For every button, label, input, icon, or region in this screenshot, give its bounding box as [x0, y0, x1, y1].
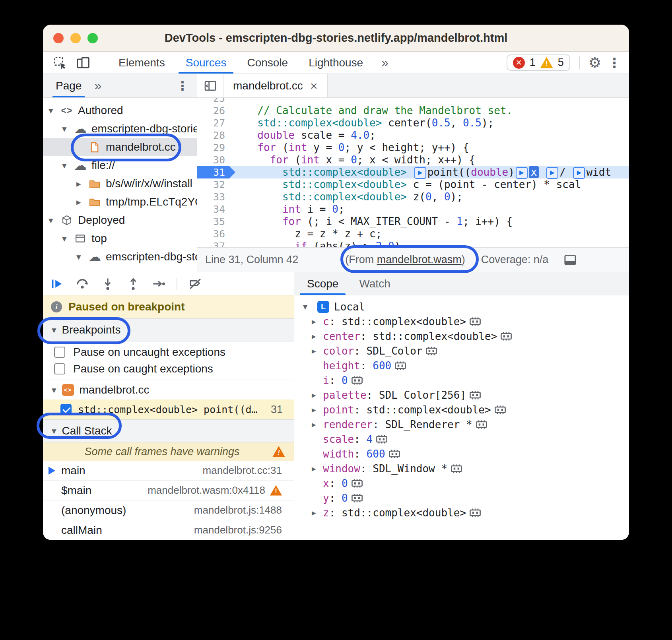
memory-inspector-icon[interactable]	[469, 316, 481, 327]
scope-variable-row[interactable]: x 0	[294, 476, 629, 491]
scope-variable-row[interactable]: c std::complex<double>	[294, 314, 629, 329]
panel-tab[interactable]: Console	[237, 52, 298, 74]
call-stack-frame[interactable]: (anonymous) mandelbrot.js:1488	[43, 500, 294, 520]
collapse-caret-icon[interactable]	[52, 426, 56, 436]
wasm-source-link[interactable]: mandelbrot.wasm	[377, 254, 462, 266]
memory-inspector-icon[interactable]	[351, 478, 363, 489]
scope-variable-row[interactable]: point std::complex<double>	[294, 402, 629, 417]
inline-eval-widget-icon[interactable]	[573, 167, 585, 179]
scope-variable-row[interactable]: palette SDL_Color[256]	[294, 388, 629, 402]
memory-inspector-icon[interactable]	[394, 361, 406, 371]
checkbox-checked[interactable]	[60, 404, 72, 415]
line-number[interactable]: 31	[197, 166, 235, 178]
scope-variable-row[interactable]: i 0	[294, 373, 629, 388]
line-number[interactable]: 37	[197, 240, 235, 247]
line-number[interactable]: 25	[197, 98, 235, 105]
memory-inspector-icon[interactable]	[388, 449, 400, 459]
breakpoint-file-group[interactable]: mandelbrot.cc	[43, 380, 294, 400]
inline-eval-widget-icon[interactable]	[546, 167, 558, 179]
expand-caret-icon[interactable]	[312, 508, 323, 518]
tree-item[interactable]: emscripten-dbg-stories.netlify.app	[43, 120, 197, 138]
scope-watch-tab[interactable]: Watch	[349, 272, 400, 295]
panel-tab[interactable]: Elements	[108, 52, 175, 74]
tree-item[interactable]: b/s/w/ir/x/w/install	[43, 175, 197, 193]
step-into-button[interactable]	[100, 276, 115, 291]
expand-caret-icon[interactable]	[312, 405, 323, 415]
line-number[interactable]: 30	[197, 154, 235, 166]
caret-down-icon[interactable]	[49, 215, 60, 225]
close-window-button[interactable]	[53, 33, 64, 43]
caret-down-icon[interactable]	[49, 105, 60, 116]
step-button[interactable]	[151, 276, 166, 291]
memory-inspector-icon[interactable]	[351, 375, 363, 386]
deactivate-breakpoints-button[interactable]	[188, 276, 203, 291]
memory-inspector-icon[interactable]	[500, 331, 512, 341]
editor-tab-mandelbrot[interactable]: mandelbrot.cc	[223, 74, 328, 97]
code-editor[interactable]: 2526 // Calculate and draw the Mandelbro…	[197, 98, 629, 247]
panel-tab[interactable]: Lighthouse	[298, 52, 373, 74]
line-number[interactable]: 33	[197, 191, 235, 203]
more-navigator-tabs-icon[interactable]: »	[94, 78, 101, 93]
zoom-window-button[interactable]	[87, 33, 98, 43]
expand-caret-icon[interactable]	[312, 332, 323, 341]
memory-inspector-icon[interactable]	[494, 405, 506, 415]
caret-right-icon[interactable]	[76, 178, 88, 189]
more-panels-icon[interactable]: »	[373, 52, 396, 74]
tree-item[interactable]: mandelbrot.cc	[43, 138, 197, 156]
expand-caret-icon[interactable]	[312, 464, 323, 473]
memory-inspector-icon[interactable]	[376, 434, 388, 444]
memory-inspector-icon[interactable]	[351, 493, 363, 503]
caret-down-icon[interactable]	[62, 233, 74, 244]
line-number[interactable]: 29	[197, 142, 235, 154]
tree-item[interactable]: emscripten-dbg-stories.netlify.app	[43, 248, 197, 266]
panel-tab[interactable]: Sources	[175, 52, 237, 74]
scope-variable-row[interactable]: z std::complex<double>	[294, 505, 629, 520]
expand-caret-icon[interactable]	[312, 346, 323, 356]
call-stack-frame[interactable]: callMain mandelbrot.js:9256	[43, 520, 294, 540]
memory-inspector-icon[interactable]	[425, 346, 437, 356]
close-tab-icon[interactable]	[310, 80, 318, 92]
settings-gear-icon[interactable]: ⚙	[588, 54, 601, 71]
tree-item[interactable]: file://	[43, 156, 197, 175]
call-stack-section-header[interactable]: Call Stack	[43, 419, 294, 442]
toggle-navigator-icon[interactable]	[197, 74, 223, 97]
caret-down-icon[interactable]	[62, 124, 74, 134]
tree-item[interactable]: top	[43, 229, 197, 248]
step-out-button[interactable]	[126, 276, 141, 291]
breakpoint-entry[interactable]: std::complex<double> point((d… 31	[43, 400, 294, 419]
scope-variable-row[interactable]: scale 4	[294, 432, 629, 446]
inline-eval-widget-icon[interactable]	[516, 167, 528, 179]
caret-down-icon[interactable]	[62, 160, 74, 171]
line-number[interactable]: 26	[197, 105, 235, 117]
call-stack-frame[interactable]: $main mandelbrot.wasm:0x4118	[43, 481, 294, 500]
navigator-kebab-icon[interactable]: ⋮	[176, 78, 189, 93]
scope-variable-row[interactable]: renderer SDL_Renderer *	[294, 417, 629, 432]
memory-inspector-icon[interactable]	[469, 508, 481, 518]
inspect-element-icon[interactable]	[52, 54, 68, 71]
panel-toggle-icon[interactable]	[563, 254, 577, 266]
device-toolbar-icon[interactable]	[75, 54, 91, 71]
tree-item[interactable]: Deployed	[43, 211, 197, 229]
scope-variable-row[interactable]: y 0	[294, 491, 629, 505]
memory-inspector-icon[interactable]	[469, 390, 481, 400]
scope-variable-row[interactable]: color SDL_Color	[294, 343, 629, 358]
scope-variable-row[interactable]: center std::complex<double>	[294, 329, 629, 343]
line-number[interactable]: 35	[197, 215, 235, 228]
breakpoints-section-header[interactable]: Breakpoints	[43, 318, 294, 341]
issues-badge[interactable]: ✕ 1 5	[507, 54, 570, 71]
expand-caret-icon[interactable]	[312, 420, 323, 429]
caret-down-icon[interactable]	[76, 252, 88, 262]
collapse-caret-icon[interactable]	[52, 385, 56, 395]
memory-inspector-icon[interactable]	[476, 419, 487, 430]
resume-script-button[interactable]	[49, 276, 64, 291]
scope-variable-row[interactable]: width 600	[294, 446, 629, 461]
memory-inspector-icon[interactable]	[451, 464, 462, 474]
line-number[interactable]: 32	[197, 178, 235, 191]
tree-item[interactable]: Authored	[43, 101, 197, 120]
line-number[interactable]: 34	[197, 203, 235, 215]
caret-down-icon[interactable]	[303, 302, 313, 312]
scope-watch-tab[interactable]: Scope	[297, 272, 349, 295]
checkbox-unchecked[interactable]	[54, 347, 65, 358]
more-options-kebab-icon[interactable]: ⋮	[608, 55, 621, 71]
tree-item[interactable]: tmp/tmp.ELcTq2YC	[43, 193, 197, 211]
